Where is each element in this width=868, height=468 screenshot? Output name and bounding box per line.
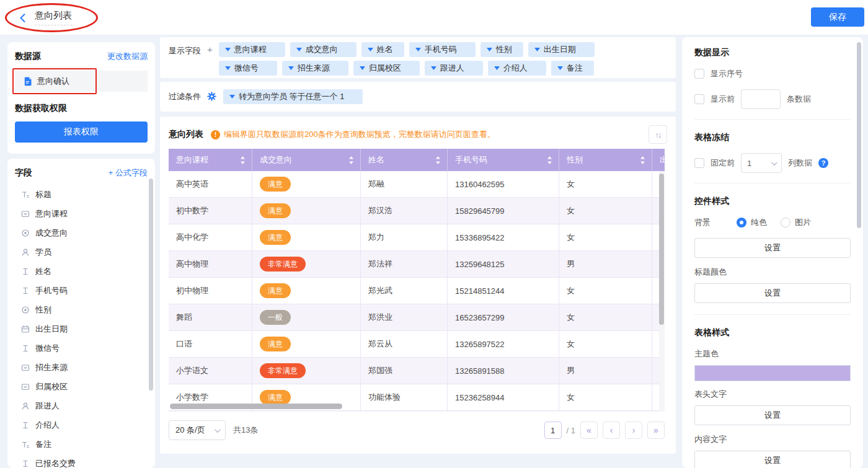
table-row[interactable]: 初中物理满意郑光武15214851244女1995-01 [169,278,665,304]
table-row[interactable]: 高中英语满意郑融13160462595女1995-01 [169,171,665,198]
back-icon[interactable] [19,13,27,23]
show-first-label: 显示前 [711,94,735,105]
field-item[interactable]: 成交意向 [15,223,148,242]
freeze-checkbox[interactable] [694,158,704,168]
table-row[interactable]: 小学语文非常满意郑国强13265891588男1989-11 [169,358,665,384]
display-field-chip[interactable]: 跟进人 [425,61,483,76]
add-formula-field-link[interactable]: + 公式字段 [108,167,148,179]
change-datasource-link[interactable]: 更改数据源 [107,51,148,62]
table-row[interactable]: 口语满意郑云从13265897522女1981-06 [169,331,665,358]
background-set-button[interactable]: 设置 [694,238,851,258]
table-title: 意向列表 [169,129,203,140]
table-cell: 口语 [169,331,252,357]
display-field-chip[interactable]: 备注 [551,61,594,76]
display-field-chip[interactable]: 意向课程 [219,42,285,57]
table-vertical-scrollbar[interactable] [659,174,664,325]
report-designer-page: 意向列表 保存 数据源 更改数据源 意向确认 数据获取权限 报表权限 字段 + … [0,0,868,468]
display-field-chip[interactable]: 招生来源 [282,61,348,76]
table-horizontal-scrollbar[interactable] [170,404,342,409]
bg-image-option[interactable]: 图片 [781,217,811,228]
title-color-set-button[interactable]: 设置 [694,283,851,303]
field-item[interactable]: 招生来源 [15,358,148,377]
prev-page-icon[interactable]: ‹ [603,422,620,439]
column-sort-icon[interactable] [435,156,441,165]
column-header[interactable]: 成交意向 [252,149,361,171]
table-cell: 女 [559,331,652,357]
column-header[interactable]: 性别 [559,149,652,171]
column-header-label: 成交意向 [260,154,292,166]
theme-color-swatch[interactable] [694,365,851,381]
field-item[interactable]: 意向课程 [15,204,148,223]
table-cell: 男 [559,358,652,384]
display-field-chip[interactable]: 出生日期 [528,42,595,57]
page-total-label: / 1 [567,426,575,435]
page-size-select[interactable]: 20 条/页 [169,420,226,440]
report-permission-button[interactable]: 报表权限 [15,121,148,143]
field-item[interactable]: 手机号码 [15,281,148,300]
preview-notice-text: 编辑界面只取数据源前200条作为查询数据预览，完整数据请访问页面查看。 [224,129,495,140]
field-item-label: 跟进人 [35,400,60,412]
display-field-chip[interactable]: 性别 [480,42,523,57]
content-text-set-button[interactable]: 设置 [694,451,851,468]
add-display-field-button[interactable]: + [207,42,213,73]
field-item[interactable]: 备注 [15,435,148,454]
table-row[interactable]: 初中数学满意郑汉浩15829645799女1981-06 [169,198,665,224]
display-field-chip[interactable]: 姓名 [361,42,404,57]
save-button[interactable]: 保存 [811,7,864,27]
help-icon[interactable]: ? [818,158,828,168]
filter-condition-chip[interactable]: 转为意向学员 等于任意一个 1 [223,89,363,104]
show-index-checkbox[interactable] [694,69,704,79]
field-item[interactable]: 性别 [15,300,148,319]
header-text-set-button[interactable]: 设置 [694,405,851,425]
show-first-count-input[interactable] [741,89,781,109]
column-header[interactable]: 手机号码 [448,149,559,171]
display-field-chip[interactable]: 微信号 [219,61,277,76]
fields-scrollbar[interactable] [149,179,153,391]
table-cell: 郑国强 [361,358,448,384]
column-header[interactable]: 意向课程 [169,149,252,171]
field-item[interactable]: 学员 [15,242,148,262]
column-sort-icon[interactable] [348,156,354,165]
field-item[interactable]: 姓名 [15,262,148,281]
table-row[interactable]: 高中物理非常满意郑法祥13259648125男1989-11 [169,251,665,278]
table-cell: 16523657299 [448,304,559,330]
table-cell: 满意 [252,171,361,197]
table-row[interactable]: 舞蹈一般郑洪业16523657299女1993-08 [169,304,665,331]
field-item[interactable]: 跟进人 [15,396,148,415]
table-cell: 满意 [252,278,361,304]
column-sort-icon[interactable] [240,156,246,165]
column-sort-icon[interactable] [640,156,645,165]
table-cell: 郑力 [361,224,448,250]
show-first-checkbox[interactable] [694,94,704,104]
table-row[interactable]: 高中化学满意郑力15336895422女1981-06 [169,224,665,251]
first-page-icon[interactable]: « [580,422,598,439]
chip-label: 出生日期 [544,44,576,55]
display-field-chip[interactable]: 介绍人 [488,61,546,76]
display-field-chip[interactable]: 归属校区 [353,61,420,76]
column-sort-icon[interactable] [547,156,552,165]
row-order-button[interactable]: ↑↓ [649,125,667,144]
field-item[interactable]: 归属校区 [15,377,148,396]
divider [694,119,851,120]
datasource-item[interactable]: 意向确认 [15,71,148,92]
display-field-chip[interactable]: 手机号码 [409,42,476,57]
last-page-icon[interactable]: » [647,422,665,439]
field-item[interactable]: 微信号 [15,338,148,358]
display-field-chip[interactable]: 成交意向 [290,42,356,57]
next-page-icon[interactable]: › [625,422,642,439]
column-header[interactable]: 出生日期 [652,149,665,171]
page-number-input[interactable] [544,422,562,439]
field-item[interactable]: 介绍人 [15,415,148,435]
page-title: 意向列表 [35,10,72,25]
display-fields-label: 显示字段 [169,42,201,73]
table-row[interactable]: 一般 [169,411,665,412]
field-item[interactable]: 标题 [15,185,148,204]
freeze-count-select[interactable]: 1 [741,153,782,173]
title-icon [21,190,30,199]
field-item[interactable]: 出生日期 [15,319,148,338]
gear-icon[interactable] [207,92,217,102]
field-item[interactable]: 已报名交费 [15,454,148,468]
column-header[interactable]: 姓名 [361,149,448,171]
bg-solid-option[interactable]: 纯色 [737,217,767,228]
settings-scrollbar[interactable] [857,42,861,228]
